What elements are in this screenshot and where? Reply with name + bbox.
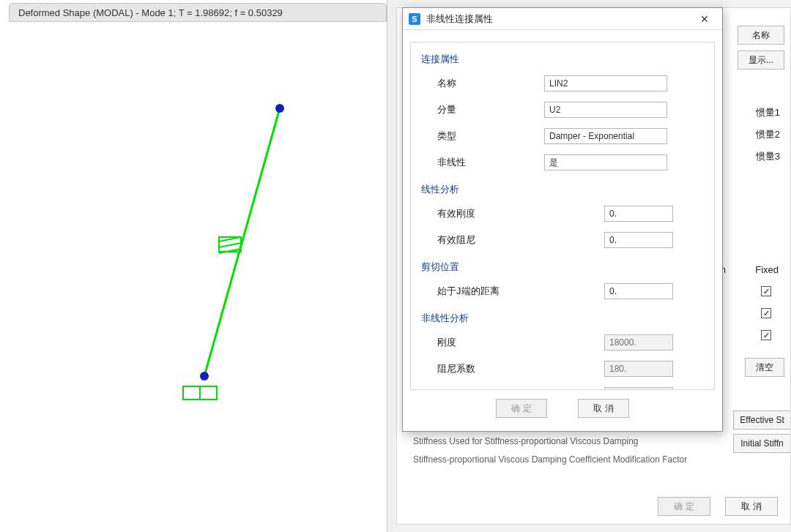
section-linear: 线性分析 xyxy=(421,183,704,196)
label-nl-ccoef: 阻尼系数 xyxy=(421,362,544,375)
label-eff-damp: 有效阻尼 xyxy=(421,233,544,247)
label-eff-stiff: 有效刚度 xyxy=(421,207,544,220)
field-component[interactable]: U2 xyxy=(544,102,667,118)
section-nonlinear: 非线性分析 xyxy=(421,312,704,325)
section-link-props: 连接属性 xyxy=(421,53,704,66)
dialog-titlebar[interactable]: S 非线性连接属性 ✕ xyxy=(403,8,722,30)
dialog-title: 非线性连接属性 xyxy=(426,12,693,26)
fixed-check-2[interactable] xyxy=(761,308,771,318)
field-distj[interactable]: 0. xyxy=(604,283,673,299)
bg-text-line2: Stiffness-proportional Viscous Damping C… xyxy=(413,454,687,465)
bg-header-fixed: Fixed xyxy=(755,264,779,275)
label-distj: 始于J端的距离 xyxy=(421,285,568,298)
bg-inertia1-label: 惯量1 xyxy=(756,106,780,119)
field-nl-ccoef[interactable]: 180. xyxy=(604,361,673,377)
bg-inertia3-label: 惯量3 xyxy=(756,150,780,163)
svg-line-5 xyxy=(219,243,241,247)
dialog-footer: 确定 取消 xyxy=(403,399,722,422)
dialog-cancel-label: 取消 xyxy=(590,402,617,415)
fixed-check-1[interactable] xyxy=(761,286,771,296)
label-nonlinear: 非线性 xyxy=(421,156,544,169)
close-icon[interactable]: ✕ xyxy=(693,11,716,27)
section-shear: 剪切位置 xyxy=(421,261,704,274)
row-type: 类型 Damper - Exponential xyxy=(421,123,704,149)
label-type: 类型 xyxy=(421,130,544,143)
app-icon-letter: S xyxy=(412,15,417,23)
row-nl-cexp: 阻尼指数 0.45 xyxy=(421,382,704,390)
underlying-cancel-label: 取消 xyxy=(738,501,765,513)
label-nl-stiff: 刚度 xyxy=(421,336,544,349)
bg-clear-button[interactable]: 清空 xyxy=(745,358,784,377)
row-eff-damp: 有效阻尼 0. xyxy=(421,227,704,253)
svg-point-1 xyxy=(275,104,284,113)
bg-initial-stiffness-button[interactable]: Initial Stiffn xyxy=(733,434,790,453)
field-nl-stiff[interactable]: 18000. xyxy=(604,334,673,351)
field-eff-stiff[interactable]: 0. xyxy=(604,206,673,222)
label-name: 名称 xyxy=(421,77,544,90)
bg-clear-button-label: 清空 xyxy=(756,361,773,374)
dialog-cancel-button[interactable]: 取消 xyxy=(578,399,629,418)
app-icon: S xyxy=(409,13,420,25)
field-type[interactable]: Damper - Exponential xyxy=(544,128,667,144)
bg-effective-stiffness-label: Effective St xyxy=(740,415,784,425)
row-distj: 始于J端的距离 0. xyxy=(421,278,704,304)
row-nonlinear: 非线性 是 xyxy=(421,149,704,176)
bg-initial-stiffness-label: Initial Stiffn xyxy=(740,438,783,449)
viewport-title-text: Deformed Shape (MODAL) - Mode 1; T = 1.9… xyxy=(18,7,283,18)
row-component: 分量 U2 xyxy=(421,97,704,123)
bg-display-button-label: 显示... xyxy=(749,54,773,67)
row-nl-ccoef: 阻尼系数 180. xyxy=(421,356,704,382)
bg-display-button[interactable]: 显示... xyxy=(738,50,784,70)
dialog-ok-button[interactable]: 确定 xyxy=(496,399,547,418)
bg-inertia2-label: 惯量2 xyxy=(756,128,780,141)
svg-line-0 xyxy=(204,108,280,376)
fixed-check-3[interactable] xyxy=(761,330,771,340)
nonlinear-link-properties-dialog: S 非线性连接属性 ✕ 连接属性 名称 LIN2 分量 U2 类型 Damper… xyxy=(402,7,723,432)
dialog-ok-label: 确定 xyxy=(508,402,535,415)
viewport-title-bar: Deformed Shape (MODAL) - Mode 1; T = 1.9… xyxy=(9,3,387,22)
model-viewport: Deformed Shape (MODAL) - Mode 1; T = 1.9… xyxy=(0,0,387,532)
underlying-ok-button[interactable]: 确定 xyxy=(658,497,710,516)
row-name: 名称 LIN2 xyxy=(421,70,704,97)
bg-effective-stiffness-button[interactable]: Effective St xyxy=(733,411,790,430)
row-nl-stiff: 刚度 18000. xyxy=(421,329,704,356)
bg-name-button-label: 名称 xyxy=(752,29,770,42)
label-nl-cexp: 阻尼指数 xyxy=(421,389,544,390)
field-eff-damp[interactable]: 0. xyxy=(604,232,673,248)
underlying-ok-label: 确定 xyxy=(671,501,697,513)
svg-point-2 xyxy=(200,372,209,381)
label-component: 分量 xyxy=(421,103,544,116)
bg-name-button[interactable]: 名称 xyxy=(738,26,784,45)
row-eff-stiff: 有效刚度 0. xyxy=(421,201,704,227)
bg-text-line1: Stiffness Used for Stiffness-proportiona… xyxy=(413,436,639,446)
field-name[interactable]: LIN2 xyxy=(544,75,667,91)
field-nl-cexp[interactable]: 0.45 xyxy=(604,387,673,390)
field-nonlinear[interactable]: 是 xyxy=(544,154,667,171)
underlying-cancel-button[interactable]: 取消 xyxy=(725,497,778,516)
model-canvas[interactable] xyxy=(0,22,387,532)
dialog-body: 连接属性 名称 LIN2 分量 U2 类型 Damper - Exponenti… xyxy=(410,42,715,390)
